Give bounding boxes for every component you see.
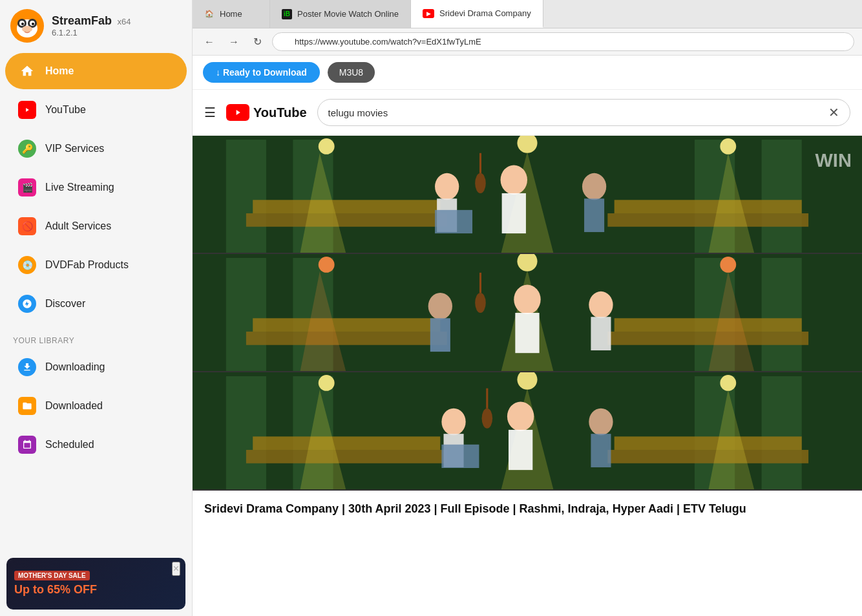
download-toolbar: ↓ Ready to Download M3U8 <box>193 56 862 90</box>
svg-rect-17 <box>253 200 440 213</box>
sidebar: StreamFab x64 6.1.2.1 Home YouTube 🔑 VIP… <box>0 0 193 616</box>
nav-downloading[interactable]: Downloading <box>5 349 187 385</box>
nav-dvdfab-products[interactable]: 💿 DVDFab Products <box>5 247 187 283</box>
svg-rect-14 <box>762 140 802 253</box>
video-strip-3 <box>193 372 862 491</box>
svg-rect-28 <box>435 210 472 233</box>
youtube-logo: YouTube <box>226 104 307 121</box>
video-thumbnail-area: WIN <box>193 136 862 491</box>
svg-point-51 <box>428 293 452 319</box>
svg-rect-43 <box>607 332 808 345</box>
svg-rect-41 <box>246 332 447 345</box>
tab-ib-favicon: iB <box>282 9 292 19</box>
svg-point-31 <box>582 173 606 200</box>
youtube-search-box: telugu movies ✕ <box>317 99 850 126</box>
svg-point-29 <box>501 165 527 195</box>
svg-point-77 <box>507 401 534 431</box>
nav-adult-services[interactable]: 🚫 Adult Services <box>5 208 187 244</box>
svg-point-53 <box>514 285 540 315</box>
tab-youtube[interactable]: ▶ Sridevi Drama Company <box>411 0 543 28</box>
promo-offer-text: Up to 65% OFF <box>14 583 178 597</box>
svg-rect-67 <box>615 436 802 450</box>
svg-point-57 <box>475 293 486 313</box>
svg-point-55 <box>589 292 613 318</box>
youtube-search-value: telugu movies <box>328 107 828 118</box>
nav-youtube[interactable]: YouTube <box>5 92 187 128</box>
video-title-area: Sridevi Drama Company | 30th April 2023 … <box>193 491 862 522</box>
svg-rect-62 <box>762 376 802 489</box>
svg-point-8 <box>22 26 32 32</box>
youtube-logo-icon <box>226 104 249 121</box>
app-header: StreamFab x64 6.1.2.1 <box>0 0 192 52</box>
svg-rect-30 <box>502 193 526 233</box>
app-version: 6.1.2.1 <box>52 28 131 37</box>
svg-point-81 <box>482 409 493 429</box>
svg-point-6 <box>21 23 24 25</box>
refresh-button[interactable]: ↻ <box>249 33 266 50</box>
m3u8-button[interactable]: M3U8 <box>328 62 375 83</box>
youtube-menu-icon[interactable]: ☰ <box>204 105 216 120</box>
svg-rect-32 <box>584 198 604 232</box>
youtube-page-content: ☰ YouTube telugu movies ✕ <box>193 90 862 616</box>
tab-home[interactable]: 🏠 Home <box>193 0 270 28</box>
back-button[interactable]: ← <box>200 34 218 50</box>
svg-rect-16 <box>246 213 447 227</box>
svg-rect-54 <box>515 313 539 353</box>
video-title: Sridevi Drama Company | 30th April 2023 … <box>204 501 850 517</box>
svg-point-33 <box>475 173 486 193</box>
address-input[interactable] <box>272 32 854 51</box>
ready-to-download-button[interactable]: ↓ Ready to Download <box>203 62 320 83</box>
nav-discover[interactable]: Discover <box>5 286 187 322</box>
nav-downloaded[interactable]: Downloaded <box>5 388 187 424</box>
tab-home-favicon: 🏠 <box>204 9 215 19</box>
youtube-header: ☰ YouTube telugu movies ✕ <box>193 90 862 136</box>
tab-youtube-favicon: ▶ <box>423 9 434 18</box>
nav-vip-services[interactable]: 🔑 VIP Services <box>5 131 187 167</box>
svg-rect-64 <box>246 450 447 463</box>
svg-point-74 <box>441 409 465 435</box>
tab-ib[interactable]: iB Poster Movie Watch Online <box>270 0 411 28</box>
main-content: 🏠 Home iB Poster Movie Watch Online ▶ Sr… <box>193 0 862 616</box>
video-strip-1: WIN <box>193 136 862 254</box>
library-section-label: YOUR LIBRARY <box>0 330 192 348</box>
svg-rect-66 <box>607 450 808 463</box>
svg-rect-78 <box>509 430 532 470</box>
svg-rect-56 <box>591 317 611 350</box>
svg-rect-65 <box>253 436 440 450</box>
svg-rect-42 <box>253 318 440 332</box>
promo-banner: × MOTHER'S DAY SALE Up to 65% OFF <box>6 558 185 610</box>
youtube-search-clear-button[interactable]: ✕ <box>828 105 839 120</box>
svg-rect-76 <box>441 445 479 468</box>
svg-point-45 <box>319 257 335 273</box>
browser-tabs-bar: 🏠 Home iB Poster Movie Watch Online ▶ Sr… <box>193 0 862 28</box>
svg-point-20 <box>319 138 335 154</box>
svg-rect-52 <box>430 318 450 352</box>
app-logo-icon <box>10 9 44 43</box>
svg-point-79 <box>589 409 613 435</box>
svg-rect-37 <box>226 258 266 371</box>
svg-point-70 <box>720 375 736 391</box>
forward-button[interactable]: → <box>225 34 243 50</box>
nav-live-streaming[interactable]: 🎬 Live Streaming <box>5 169 187 206</box>
promo-badge: MOTHER'S DAY SALE <box>14 571 90 580</box>
svg-point-22 <box>720 138 736 154</box>
svg-rect-19 <box>615 200 802 213</box>
svg-point-68 <box>319 375 335 391</box>
svg-rect-18 <box>607 213 808 227</box>
svg-point-26 <box>435 173 459 200</box>
video-strip-2 <box>193 254 862 372</box>
app-title: StreamFab x64 <box>52 14 131 28</box>
address-bar-container: 🔍 <box>272 32 854 51</box>
svg-rect-12 <box>226 140 266 253</box>
svg-rect-80 <box>591 434 611 467</box>
svg-text:WIN: WIN <box>815 150 851 171</box>
nav-home[interactable]: Home <box>5 53 187 89</box>
svg-rect-60 <box>226 376 266 489</box>
svg-point-7 <box>32 23 34 25</box>
nav-scheduled[interactable]: Scheduled <box>5 427 187 463</box>
promo-close-button[interactable]: × <box>172 562 180 576</box>
address-bar-row: ← → ↻ 🔍 <box>193 28 862 56</box>
svg-rect-39 <box>762 258 802 371</box>
svg-point-47 <box>720 257 736 273</box>
svg-rect-44 <box>615 318 802 332</box>
